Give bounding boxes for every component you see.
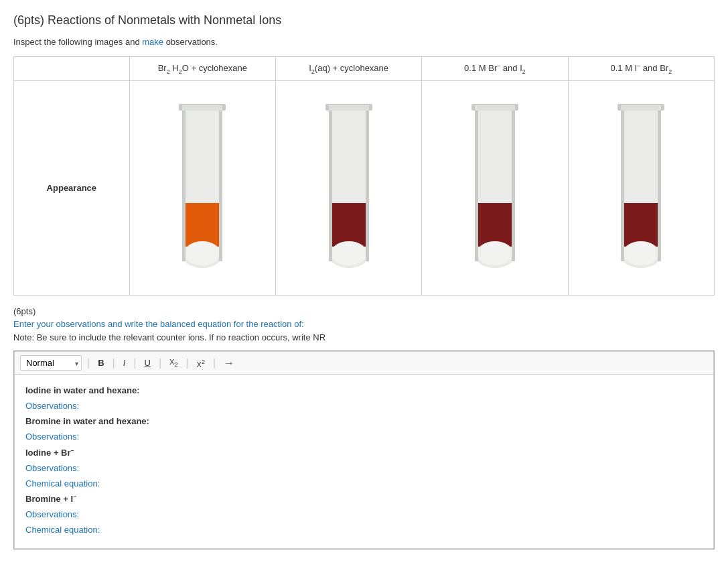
svg-rect-28 <box>475 107 478 261</box>
svg-rect-41 <box>621 105 661 111</box>
points-line1: (6pts) <box>13 305 715 318</box>
editor-line-1: Iodine in water and hexane: <box>25 384 703 398</box>
sep-4: | <box>159 357 161 369</box>
svg-rect-34 <box>623 109 659 203</box>
points-block: (6pts) Enter your observations and write… <box>13 305 715 344</box>
svg-rect-19 <box>366 107 369 261</box>
editor-line-2: Observations: <box>25 399 703 413</box>
sep-1: | <box>87 357 90 369</box>
svg-rect-9 <box>219 107 222 261</box>
underline-button[interactable]: U <box>141 356 153 369</box>
appearance-table: Br2 H2O + cyclohexane I2(aq) + cyclohexa… <box>13 56 715 296</box>
svg-rect-24 <box>477 109 513 203</box>
editor-content[interactable]: Iodine in water and hexane: Observations… <box>14 375 714 549</box>
row-label-appearance: Appearance <box>14 80 130 295</box>
svg-rect-18 <box>329 107 332 261</box>
svg-rect-15 <box>331 203 367 247</box>
col-header-br-i2: 0.1 M Br– and I2 <box>422 57 568 81</box>
svg-rect-29 <box>512 107 515 261</box>
tube-container-1 <box>137 97 269 278</box>
svg-rect-14 <box>331 109 367 203</box>
editor-line-5: Iodine + Br– <box>25 446 703 460</box>
tube-cell-4 <box>568 80 714 295</box>
sep-3: | <box>133 357 136 369</box>
sep-6: | <box>213 357 216 369</box>
sep-2: | <box>113 357 115 369</box>
svg-rect-31 <box>475 105 515 111</box>
svg-rect-21 <box>329 105 369 111</box>
svg-point-27 <box>477 241 513 265</box>
test-tube-4 <box>604 97 678 278</box>
svg-rect-39 <box>658 107 661 261</box>
italic-button[interactable]: I <box>121 356 129 369</box>
style-select-wrapper[interactable]: Normal Heading 1 Heading 2 Heading 3 <box>20 355 82 371</box>
editor-line-8: Bromine + I– <box>25 492 703 507</box>
svg-rect-8 <box>182 107 186 261</box>
style-select[interactable]: Normal Heading 1 Heading 2 Heading 3 <box>20 355 82 371</box>
col-header-i-br2: 0.1 M I– and Br2 <box>568 57 714 81</box>
svg-point-17 <box>331 241 367 265</box>
instructions: Inspect the following images and make ob… <box>13 37 715 47</box>
test-tube-1 <box>165 97 239 278</box>
arrow-button[interactable]: → <box>221 356 237 371</box>
col-header-empty <box>14 57 130 81</box>
points-line3: Note: Be sure to include the relevant co… <box>13 331 715 344</box>
svg-rect-38 <box>621 107 624 261</box>
test-tube-3 <box>458 97 532 278</box>
subscript-button[interactable]: X2 <box>167 356 180 369</box>
tube-container-2 <box>283 97 415 278</box>
superscript-button[interactable]: X2 <box>194 357 208 370</box>
editor-line-6: Observations: <box>25 462 703 476</box>
toolbar: Normal Heading 1 Heading 2 Heading 3 | B… <box>14 351 714 375</box>
svg-point-37 <box>623 241 659 265</box>
svg-rect-35 <box>623 203 659 247</box>
tube-cell-3 <box>422 80 568 295</box>
svg-rect-4 <box>184 109 220 203</box>
col-header-br2-water: Br2 H2O + cyclohexane <box>129 57 275 81</box>
test-tube-2 <box>312 97 386 278</box>
points-line2: Enter your observations and write the ba… <box>13 318 715 331</box>
editor-line-3: Bromine in water and hexane: <box>25 415 703 429</box>
sep-5: | <box>186 357 188 369</box>
svg-rect-11 <box>182 105 222 111</box>
tube-container-3 <box>429 97 561 278</box>
editor-line-7: Chemical equation: <box>25 477 703 491</box>
editor-line-9: Observations: <box>25 508 703 522</box>
col-header-i2-aq: I2(aq) + cyclohexane <box>275 57 421 81</box>
editor-line-10: Chemical equation: <box>25 523 703 537</box>
svg-rect-25 <box>477 203 513 247</box>
tube-container-4 <box>575 97 707 278</box>
tube-cell-2 <box>275 80 421 295</box>
page-title: (6pts) Reactions of Nonmetals with Nonme… <box>13 13 715 27</box>
svg-rect-5 <box>184 203 220 247</box>
bold-button[interactable]: B <box>95 356 106 369</box>
tube-cell-1 <box>129 80 275 295</box>
svg-point-7 <box>184 241 220 265</box>
editor-line-4: Observations: <box>25 430 703 444</box>
highlight-make: make <box>142 37 163 47</box>
editor-wrapper: Normal Heading 1 Heading 2 Heading 3 | B… <box>13 350 715 549</box>
